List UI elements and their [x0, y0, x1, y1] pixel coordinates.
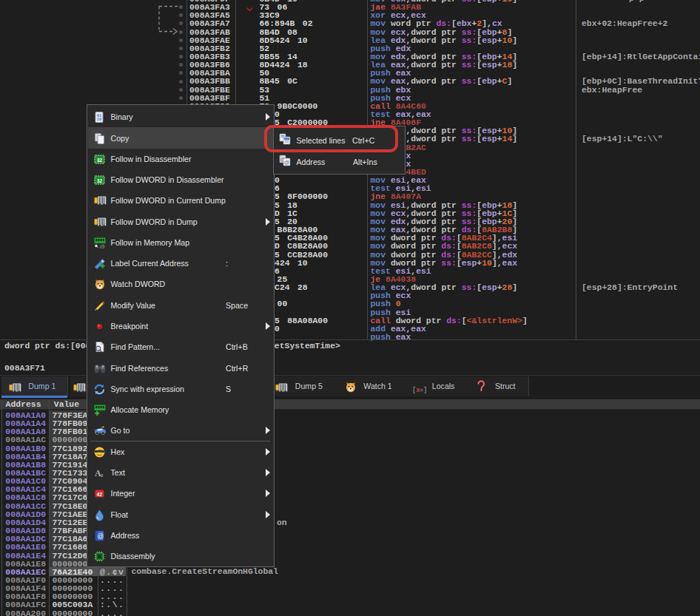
svg-text:42: 42 — [97, 492, 103, 497]
svg-text:z: z — [101, 472, 104, 478]
svg-text:10: 10 — [97, 118, 101, 123]
svg-text:32: 32 — [97, 157, 103, 162]
svg-text:]: ] — [423, 386, 427, 393]
svg-text:@: @ — [100, 243, 106, 248]
svg-text:@: @ — [97, 532, 104, 540]
svg-text:32: 32 — [97, 178, 103, 183]
svg-text:@: @ — [284, 159, 290, 166]
